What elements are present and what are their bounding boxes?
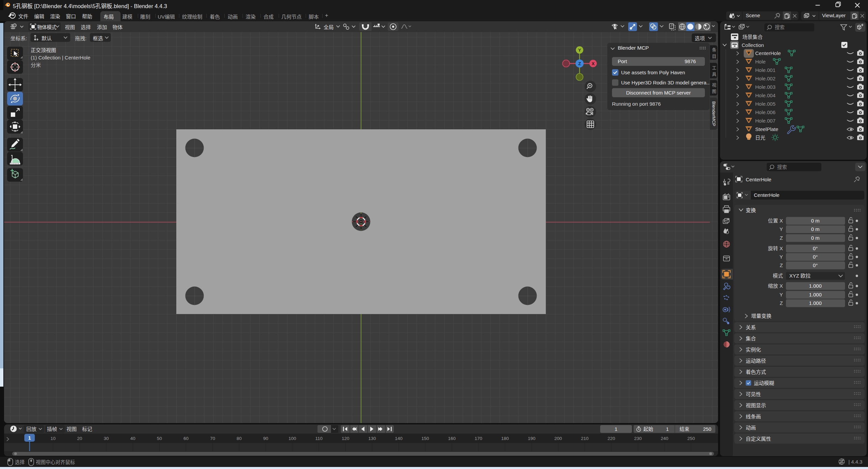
svg-text:视图显示: 视图显示 bbox=[746, 402, 766, 408]
svg-text:标记: 标记 bbox=[82, 426, 92, 432]
svg-text:190: 190 bbox=[528, 436, 536, 441]
svg-text:120: 120 bbox=[342, 436, 350, 441]
svg-text:起始: 起始 bbox=[643, 426, 653, 432]
svg-text:搜索: 搜索 bbox=[777, 164, 787, 170]
svg-text:200: 200 bbox=[554, 436, 562, 441]
svg-text:Hole.004: Hole.004 bbox=[755, 93, 775, 98]
svg-text:80: 80 bbox=[237, 436, 242, 441]
svg-text:Z: Z bbox=[780, 262, 783, 268]
svg-text:240: 240 bbox=[661, 436, 668, 441]
svg-text:230: 230 bbox=[634, 436, 642, 441]
svg-text:Hole.003: Hole.003 bbox=[755, 84, 775, 90]
svg-text:Y: Y bbox=[780, 254, 783, 260]
svg-text:180: 180 bbox=[501, 436, 509, 441]
svg-text:CenterHole: CenterHole bbox=[746, 177, 771, 182]
svg-text:Z: Z bbox=[578, 61, 581, 66]
svg-text:Y: Y bbox=[780, 226, 783, 232]
svg-text:实例化: 实例化 bbox=[746, 347, 761, 353]
svg-text:70: 70 bbox=[210, 436, 215, 441]
svg-text:集合: 集合 bbox=[746, 336, 756, 341]
svg-text:60: 60 bbox=[183, 436, 188, 441]
svg-text:位置 X: 位置 X bbox=[768, 218, 783, 224]
svg-text:Z: Z bbox=[780, 300, 783, 306]
svg-text:插帧: 插帧 bbox=[47, 426, 57, 432]
svg-text:220: 220 bbox=[608, 436, 615, 441]
svg-text:1.000: 1.000 bbox=[809, 300, 822, 306]
svg-text:着色方式: 着色方式 bbox=[746, 369, 766, 375]
svg-text:缩放 X: 缩放 X bbox=[768, 283, 783, 289]
svg-text:选择: 选择 bbox=[15, 460, 25, 465]
svg-text:Hole.001: Hole.001 bbox=[755, 67, 775, 73]
svg-text:| 4.4.3: | 4.4.3 bbox=[848, 459, 862, 465]
svg-text:CenterHole: CenterHole bbox=[754, 192, 780, 198]
svg-text:Hole.007: Hole.007 bbox=[755, 118, 775, 124]
svg-text:210: 210 bbox=[581, 436, 589, 441]
svg-text:X: X bbox=[592, 61, 595, 66]
svg-text:Hole.006: Hole.006 bbox=[755, 109, 775, 115]
svg-text:Hole.002: Hole.002 bbox=[755, 76, 775, 81]
svg-text:20: 20 bbox=[77, 436, 82, 441]
svg-text:关系: 关系 bbox=[746, 324, 756, 330]
svg-text:线条画: 线条画 bbox=[746, 414, 761, 419]
svg-text:动画: 动画 bbox=[746, 425, 756, 431]
svg-text:90: 90 bbox=[263, 436, 268, 441]
svg-text:140: 140 bbox=[395, 436, 403, 441]
svg-text:130: 130 bbox=[368, 436, 376, 441]
svg-text:日光: 日光 bbox=[755, 135, 765, 140]
svg-text:1: 1 bbox=[28, 435, 31, 441]
svg-text:回放: 回放 bbox=[26, 426, 36, 432]
svg-text:0 m: 0 m bbox=[811, 226, 819, 232]
svg-text:视图: 视图 bbox=[67, 426, 77, 432]
svg-text:30: 30 bbox=[104, 436, 109, 441]
svg-text:170: 170 bbox=[475, 436, 482, 441]
svg-text:160: 160 bbox=[448, 436, 456, 441]
svg-text:Z: Z bbox=[780, 235, 783, 241]
svg-text:100: 100 bbox=[288, 436, 296, 441]
svg-text:Y: Y bbox=[780, 292, 783, 297]
svg-text:XYZ 欧拉: XYZ 欧拉 bbox=[789, 273, 811, 279]
svg-text:250: 250 bbox=[687, 436, 695, 441]
svg-text:40: 40 bbox=[130, 436, 135, 441]
svg-text:可见性: 可见性 bbox=[746, 391, 761, 397]
svg-text:110: 110 bbox=[315, 436, 323, 441]
svg-text:0°: 0° bbox=[813, 254, 818, 260]
svg-text:Hole: Hole bbox=[755, 59, 766, 64]
svg-text:0 m: 0 m bbox=[811, 218, 819, 224]
svg-text:10: 10 bbox=[51, 436, 56, 441]
svg-text:Hole.005: Hole.005 bbox=[755, 101, 775, 107]
svg-text:结束: 结束 bbox=[680, 426, 689, 432]
svg-text:1: 1 bbox=[615, 426, 617, 432]
svg-text:50: 50 bbox=[157, 436, 162, 441]
svg-text:旋转 X: 旋转 X bbox=[768, 245, 783, 251]
svg-text:150: 150 bbox=[422, 436, 429, 441]
svg-text:模式: 模式 bbox=[773, 273, 783, 279]
svg-text:CenterHole: CenterHole bbox=[755, 50, 781, 56]
svg-text:1: 1 bbox=[666, 426, 669, 432]
svg-text:Y: Y bbox=[578, 48, 581, 53]
svg-text:1.000: 1.000 bbox=[809, 283, 822, 289]
svg-text:视图中心对齐鼠标: 视图中心对齐鼠标 bbox=[36, 460, 75, 465]
svg-text:自定义属性: 自定义属性 bbox=[746, 436, 771, 442]
svg-text:1.000: 1.000 bbox=[809, 292, 822, 297]
svg-text:变换: 变换 bbox=[746, 207, 756, 213]
svg-text:增量变换: 增量变换 bbox=[751, 313, 771, 319]
svg-text:0°: 0° bbox=[813, 245, 818, 251]
svg-text:运动模糊: 运动模糊 bbox=[754, 380, 774, 386]
svg-text:SteelPlate: SteelPlate bbox=[755, 126, 778, 132]
svg-text:运动路径: 运动路径 bbox=[746, 358, 766, 364]
svg-text:250: 250 bbox=[703, 426, 711, 432]
svg-text:0 m: 0 m bbox=[811, 235, 819, 241]
svg-text:0°: 0° bbox=[813, 262, 818, 268]
